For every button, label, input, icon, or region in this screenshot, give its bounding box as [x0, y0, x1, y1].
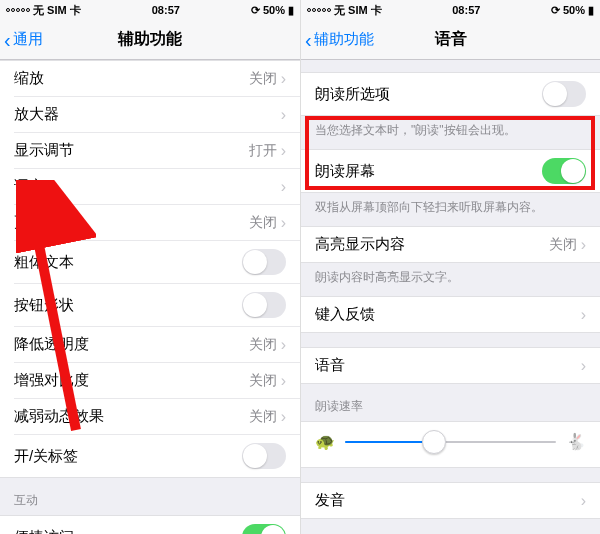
row-label: 语音 [14, 177, 281, 196]
row-value: 关闭 [549, 236, 577, 254]
row-label: 便捷访问 [14, 528, 242, 535]
back-button[interactable]: ‹ 通用 [0, 30, 43, 50]
chevron-right-icon: › [581, 492, 586, 510]
row-speaking-rate: 🐢 🐇 [301, 422, 600, 467]
footer-note: 朗读内容时高亮显示文字。 [301, 263, 600, 296]
screen-speech: 无 SIM 卡 08:57 ⟳ 50% ▮ ‹ 辅助功能 语音 朗读所选项 [300, 0, 600, 534]
back-button[interactable]: ‹ 辅助功能 [301, 30, 374, 50]
bold-text-switch[interactable] [242, 249, 286, 275]
chevron-right-icon: › [581, 306, 586, 324]
row-label: 更大字体 [14, 213, 249, 232]
chevron-right-icon: › [281, 142, 286, 160]
screen-accessibility: 无 SIM 卡 08:57 ⟳ 50% ▮ ‹ 通用 辅助功能 缩放 关闭› [0, 0, 300, 534]
nav-bar: ‹ 通用 辅助功能 [0, 20, 300, 60]
chevron-left-icon: ‹ [305, 30, 312, 50]
row-larger-text[interactable]: 更大字体 关闭› [14, 204, 300, 240]
row-label: 朗读所选项 [315, 85, 542, 104]
status-bar: 无 SIM 卡 08:57 ⟳ 50% ▮ [0, 0, 300, 20]
row-typing-feedback[interactable]: 键入反馈 › [301, 297, 600, 332]
speak-selection-switch[interactable] [542, 81, 586, 107]
rotation-lock-icon: ⟳ [251, 4, 260, 17]
chevron-right-icon: › [581, 357, 586, 375]
row-reduce-motion[interactable]: 减弱动态效果 关闭› [14, 398, 300, 434]
row-value: 打开 [249, 142, 277, 160]
back-label: 通用 [13, 30, 43, 49]
row-label: 增强对比度 [14, 371, 249, 390]
row-label: 显示调节 [14, 141, 249, 160]
chevron-right-icon: › [281, 372, 286, 390]
row-label: 粗体文本 [14, 253, 242, 272]
speaking-rate-slider[interactable] [345, 441, 556, 443]
battery-percent: 50% [263, 4, 285, 16]
nav-bar: ‹ 辅助功能 语音 [301, 20, 600, 60]
chevron-right-icon: › [281, 70, 286, 88]
chevron-left-icon: ‹ [4, 30, 11, 50]
chevron-right-icon: › [281, 178, 286, 196]
signal-dots-icon [307, 8, 331, 12]
row-label: 高亮显示内容 [315, 235, 549, 254]
row-label: 朗读屏幕 [315, 162, 542, 181]
row-value: 关闭 [249, 336, 277, 354]
section-header: 互动 [0, 478, 300, 515]
row-highlight-content[interactable]: 高亮显示内容 关闭› [301, 227, 600, 262]
chevron-right-icon: › [281, 214, 286, 232]
row-label: 语音 [315, 356, 581, 375]
battery-icon: ▮ [588, 4, 594, 17]
row-magnifier[interactable]: 放大器 › [14, 96, 300, 132]
speech-list: 朗读所选项 当您选择文本时，"朗读"按钮会出现。 朗读屏幕 双指从屏幕顶部向下轻… [301, 60, 600, 534]
row-quick-access[interactable]: 便捷访问 [0, 516, 300, 534]
row-label: 放大器 [14, 105, 281, 124]
row-value: 关闭 [249, 214, 277, 232]
row-bold-text[interactable]: 粗体文本 [14, 240, 300, 283]
rotation-lock-icon: ⟳ [551, 4, 560, 17]
chevron-right-icon: › [581, 236, 586, 254]
back-label: 辅助功能 [314, 30, 374, 49]
status-time: 08:57 [152, 4, 180, 16]
row-label: 降低透明度 [14, 335, 249, 354]
row-onoff-labels[interactable]: 开/关标签 [14, 434, 300, 477]
battery-icon: ▮ [288, 4, 294, 17]
row-label: 缩放 [14, 69, 249, 88]
row-value: 关闭 [249, 408, 277, 426]
chevron-right-icon: › [281, 408, 286, 426]
quick-access-switch[interactable] [242, 524, 286, 534]
row-speak-screen[interactable]: 朗读屏幕 [301, 150, 600, 192]
sim-status: 无 SIM 卡 [33, 3, 81, 18]
onoff-labels-switch[interactable] [242, 443, 286, 469]
row-display[interactable]: 显示调节 打开› [14, 132, 300, 168]
signal-dots-icon [6, 8, 30, 12]
row-reduce-transparency[interactable]: 降低透明度 关闭› [14, 326, 300, 362]
section-header: 朗读速率 [301, 384, 600, 421]
battery-percent: 50% [563, 4, 585, 16]
page-title: 辅助功能 [0, 29, 300, 50]
row-voices[interactable]: 语音 › [301, 348, 600, 383]
status-time: 08:57 [452, 4, 480, 16]
row-label: 键入反馈 [315, 305, 581, 324]
row-label: 开/关标签 [14, 447, 242, 466]
row-increase-contrast[interactable]: 增强对比度 关闭› [14, 362, 300, 398]
sim-status: 无 SIM 卡 [334, 3, 382, 18]
button-shapes-switch[interactable] [242, 292, 286, 318]
row-value: 关闭 [249, 372, 277, 390]
chevron-right-icon: › [281, 336, 286, 354]
footer-note: 当您选择文本时，"朗读"按钮会出现。 [301, 116, 600, 149]
row-zoom[interactable]: 缩放 关闭› [0, 61, 300, 96]
settings-list: 缩放 关闭› 放大器 › 显示调节 打开› 语音 › 更大字体 关闭› [0, 60, 300, 534]
turtle-icon: 🐢 [315, 432, 335, 451]
row-label: 发音 [315, 491, 581, 510]
row-pronunciation[interactable]: 发音 › [301, 483, 600, 518]
row-label: 按钮形状 [14, 296, 242, 315]
row-value: 关闭 [249, 70, 277, 88]
chevron-right-icon: › [281, 106, 286, 124]
footer-note: 双指从屏幕顶部向下轻扫来听取屏幕内容。 [301, 193, 600, 226]
rabbit-icon: 🐇 [566, 432, 586, 451]
row-button-shapes[interactable]: 按钮形状 [14, 283, 300, 326]
status-bar: 无 SIM 卡 08:57 ⟳ 50% ▮ [301, 0, 600, 20]
row-speech[interactable]: 语音 › [14, 168, 300, 204]
speak-screen-switch[interactable] [542, 158, 586, 184]
row-label: 减弱动态效果 [14, 407, 249, 426]
row-speak-selection[interactable]: 朗读所选项 [301, 73, 600, 115]
